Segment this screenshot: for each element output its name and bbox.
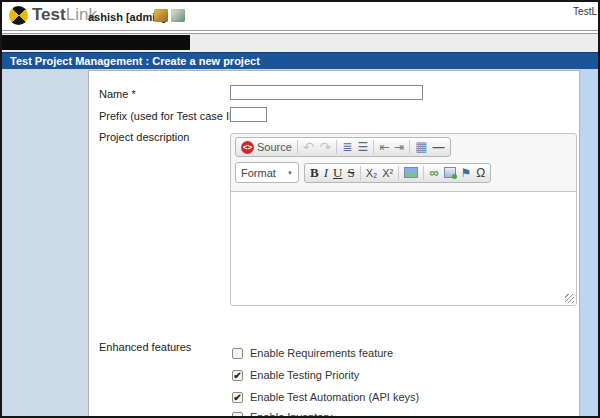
subscript-button[interactable]: X₂ [366, 166, 378, 180]
format-dropdown[interactable]: Format ▼ [235, 162, 299, 183]
checkbox-icon[interactable]: ✔ [232, 392, 243, 403]
checkbox-icon[interactable] [232, 348, 243, 359]
italic-button[interactable]: I [324, 166, 328, 180]
attachment-icon[interactable] [444, 167, 456, 178]
image-icon[interactable] [404, 167, 418, 178]
app-header: TestLink ashish [admin] TestL [2, 2, 598, 29]
bold-button[interactable]: B [310, 166, 319, 180]
testlink-window: TestLink ashish [admin] TestL Test Proje… [0, 0, 600, 418]
redo-icon[interactable]: ↷ [320, 140, 332, 154]
toolbar-separator [360, 166, 361, 180]
indent-icon[interactable]: ⇥ [394, 140, 404, 154]
undo-icon[interactable]: ↶ [303, 140, 315, 154]
source-icon: <> [241, 141, 254, 154]
bulleted-list-icon[interactable]: ☰ [357, 140, 368, 154]
numbered-list-icon[interactable]: ≣ [342, 140, 352, 154]
description-label: Project description [99, 131, 190, 143]
toolbar-separator [373, 140, 374, 154]
table-icon[interactable]: ▦ [415, 140, 427, 154]
testlink-logo[interactable]: TestLink [9, 5, 97, 25]
content-area: Name * Prefix (used for Test case ID) * … [2, 69, 598, 416]
description-editor-body[interactable] [231, 191, 576, 305]
toolbar-separator [409, 140, 410, 154]
toolbar-separator [423, 166, 424, 180]
underline-button[interactable]: U [333, 166, 342, 180]
checkbox-icon[interactable]: ✔ [232, 370, 243, 381]
name-input[interactable] [230, 85, 423, 100]
logout-icon[interactable] [171, 9, 185, 22]
special-char-icon[interactable]: Ω [476, 166, 485, 180]
enhanced-features-label: Enhanced features [99, 341, 191, 353]
toolbar-group-2: B I U S X₂ X² ∞ ⚑ Ω [304, 163, 491, 183]
editor-toolbar-row-2: Format ▼ B I U S X₂ X² ∞ [231, 159, 576, 185]
checkbox-enable-test-automation[interactable]: ✔ Enable Test Automation (API keys) [232, 391, 419, 403]
my-settings-icon[interactable] [154, 9, 168, 22]
editor-resize-grip[interactable] [565, 294, 574, 303]
testlink-logo-icon [9, 6, 28, 25]
black-bar [2, 35, 190, 50]
checkbox-icon[interactable] [232, 412, 243, 418]
editor-toolbar-row-1: <> Source ↶ ↷ ≣ ☰ ⇤ ⇥ ▦ ― [231, 134, 576, 159]
outdent-icon[interactable]: ⇤ [379, 140, 389, 154]
description-editor: <> Source ↶ ↷ ≣ ☰ ⇤ ⇥ ▦ ― [230, 133, 577, 306]
strikethrough-button[interactable]: S [347, 166, 354, 180]
link-icon[interactable]: ∞ [429, 166, 438, 180]
flag-icon[interactable]: ⚑ [461, 166, 472, 180]
horizontal-rule-icon[interactable]: ― [433, 140, 445, 154]
chevron-down-icon: ▼ [287, 170, 293, 176]
brand-text-test: Test [32, 5, 66, 25]
toolbar-strip [2, 35, 598, 52]
prefix-label: Prefix (used for Test case ID) * [99, 110, 248, 122]
page-title: Test Project Management : Create a new p… [2, 52, 598, 69]
right-margin-strip [578, 69, 598, 416]
toolbar-separator [398, 166, 399, 180]
create-project-form: Name * Prefix (used for Test case ID) * … [88, 70, 580, 416]
checkbox-enable-inventory[interactable]: Enable Inventory [232, 411, 333, 418]
toolbar-separator [336, 140, 337, 154]
prefix-input[interactable] [230, 107, 267, 122]
superscript-button[interactable]: X² [382, 166, 393, 180]
toolbar-group-1: <> Source ↶ ↷ ≣ ☰ ⇤ ⇥ ▦ ― [235, 137, 451, 157]
source-button[interactable]: <> Source [241, 140, 292, 154]
toolbar-separator [297, 140, 298, 154]
browser-window-title: TestL [573, 6, 597, 17]
checkbox-enable-requirements[interactable]: Enable Requirements feature [232, 347, 393, 359]
checkbox-enable-testing-priority[interactable]: ✔ Enable Testing Priority [232, 369, 359, 381]
name-label: Name * [99, 88, 136, 100]
